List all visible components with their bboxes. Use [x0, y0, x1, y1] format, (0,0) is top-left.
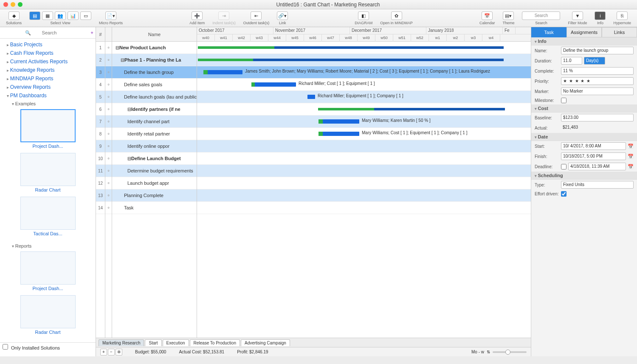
gantt-bar[interactable]: Mary Williams; Cost [ 1 ]; Equipment [ 1…	[318, 132, 359, 136]
gantt-bar[interactable]: Richard Miller; Cost [ 1 ]; Equipment [ …	[251, 82, 296, 87]
row-number[interactable]: 10	[96, 152, 105, 165]
start-input[interactable]: 10/ 4/2017, 8:00 AM	[561, 142, 626, 150]
sheet-tab[interactable]: Start	[145, 339, 161, 346]
row-number[interactable]: 6	[96, 103, 105, 116]
link-button[interactable]: 🔗▾	[277, 11, 288, 20]
deadline-checkbox[interactable]	[561, 164, 567, 169]
task-name-cell[interactable]: Planning Complete	[112, 189, 197, 202]
zoom-window-icon[interactable]	[18, 2, 23, 7]
diagram-button[interactable]: ◧	[358, 11, 369, 20]
task-name-cell[interactable]: New Product Launch	[112, 42, 197, 54]
type-select[interactable]: Fixed Units	[561, 181, 634, 189]
section-info[interactable]: Info	[531, 37, 637, 45]
view-other-icon[interactable]: ▭	[80, 11, 91, 20]
only-installed-checkbox[interactable]	[3, 344, 8, 350]
inspector-tab[interactable]: Links	[602, 27, 637, 37]
row-settings-button[interactable]: ✲	[116, 349, 122, 356]
milestone-checkbox[interactable]	[561, 98, 567, 103]
add-row-button[interactable]: +	[100, 349, 107, 356]
task-name-cell[interactable]: Launch budget appr	[112, 177, 197, 189]
minimize-window-icon[interactable]	[11, 2, 15, 7]
row-number[interactable]: 12	[96, 177, 105, 189]
section-cost[interactable]: Cost	[531, 104, 637, 113]
row-number[interactable]: 11	[96, 165, 105, 177]
row-number[interactable]: 7	[96, 116, 105, 128]
view-gantt-icon[interactable]: ▤	[29, 11, 40, 20]
calendar-button[interactable]: 📅	[482, 11, 493, 20]
sidebar-item[interactable]: Basic Projects	[3, 40, 93, 49]
gantt-bar[interactable]	[198, 46, 504, 49]
task-name-cell[interactable]: Define the launch group	[112, 66, 197, 79]
sidebar-item[interactable]: Overview Reports	[3, 83, 93, 91]
dashboard-thumbnail[interactable]	[20, 153, 76, 186]
row-number[interactable]: 9	[96, 140, 105, 152]
view-report-icon[interactable]: 📊	[68, 11, 79, 20]
sidebar-search-input[interactable]	[2, 29, 90, 37]
effort-driven-checkbox[interactable]	[561, 191, 567, 197]
task-name-cell[interactable]: Define Launch Budget	[112, 152, 197, 165]
sidebar-item[interactable]: Current Activities Reports	[3, 57, 93, 66]
calendar-icon[interactable]: 📅	[628, 154, 634, 159]
micro-reports-button[interactable]: 📄▾	[105, 11, 116, 20]
reports-header[interactable]: Reports	[3, 242, 93, 250]
task-name-cell[interactable]: Phase 1 - Planning the La	[112, 54, 197, 66]
gantt-bar[interactable]: Richard Miller; Equipment [ 1 ]; Company…	[307, 95, 315, 99]
zoom-slider[interactable]	[493, 351, 527, 353]
gantt-bar[interactable]: Mary Williams; Karen Martin [ 50 % ]	[318, 119, 359, 124]
priority-stars[interactable]: ★ ★ ★ ★ ★	[561, 77, 634, 85]
sidebar-item[interactable]: Cash Flow Reports	[3, 49, 93, 57]
row-number[interactable]: 13	[96, 189, 105, 202]
row-number[interactable]: 14	[96, 202, 105, 214]
row-number[interactable]: 8	[96, 128, 105, 140]
actual-input[interactable]: $21,483	[561, 124, 634, 132]
close-window-icon[interactable]	[3, 2, 8, 7]
sheet-tab[interactable]: Advertising Campaign	[241, 339, 290, 346]
row-number[interactable]: 5	[96, 91, 105, 103]
marker-select[interactable]: No Marker	[561, 87, 634, 95]
task-name-cell[interactable]: Identify partners (if ne	[112, 103, 197, 116]
duration-input[interactable]: 11.0	[561, 57, 582, 65]
task-name-cell[interactable]: Define launch goals (lau and publicity o…	[112, 91, 197, 103]
deadline-input[interactable]: 4/18/2018, 11:39 AM	[568, 163, 626, 170]
theme-button[interactable]: ▤▾	[503, 11, 514, 20]
settings-icon[interactable]: ✦	[90, 30, 94, 36]
sheet-tab[interactable]: Execution	[163, 339, 189, 346]
task-name-cell[interactable]: Define sales goals	[112, 79, 197, 91]
indent-button[interactable]: ⇥	[218, 11, 229, 20]
dashboard-thumbnail[interactable]	[20, 109, 76, 142]
sheet-tab[interactable]: Release To Production	[190, 339, 240, 346]
calendar-icon[interactable]: 📅	[628, 164, 634, 169]
gantt-bar[interactable]: James Smith; John Brown; Mary Williams; …	[203, 70, 242, 74]
mindmap-button[interactable]: ✿	[391, 11, 402, 20]
row-number[interactable]: 3	[96, 66, 105, 79]
complete-input[interactable]: 11 %	[561, 67, 634, 75]
sheet-tab[interactable]: Marketing Research	[99, 339, 144, 346]
duration-unit-select[interactable]: Day(s)	[584, 57, 605, 65]
solutions-button[interactable]: ◆	[8, 11, 20, 20]
task-name-input[interactable]: Define the launch group	[561, 47, 634, 54]
sidebar-item[interactable]: Knowledge Reports	[3, 66, 93, 74]
inspector-tab[interactable]: Assignments	[567, 27, 602, 37]
dashboard-thumbnail[interactable]	[20, 251, 76, 285]
task-name-cell[interactable]: Identify online oppor	[112, 140, 197, 152]
task-name-cell[interactable]: Determine budget requirements	[112, 165, 197, 177]
filter-button[interactable]: ▼	[572, 11, 583, 20]
finish-input[interactable]: 10/18/2017, 5:00 PM	[561, 152, 626, 160]
sidebar-item[interactable]: PM Dashboards	[3, 91, 93, 100]
row-number[interactable]: 1	[96, 42, 105, 54]
section-scheduling[interactable]: Scheduling	[531, 172, 637, 180]
add-item-button[interactable]: ➕	[192, 11, 203, 20]
zoom-stepper[interactable]: ⇅	[487, 350, 490, 354]
outdent-button[interactable]: ⇤	[251, 11, 262, 20]
inspector-tab[interactable]: Task	[531, 27, 567, 37]
task-name-cell[interactable]: Identify retail partner	[112, 128, 197, 140]
gantt-bar[interactable]	[198, 59, 504, 61]
view-board-icon[interactable]: ▦	[42, 11, 53, 20]
sidebar-item[interactable]: MINDMAP Reports	[3, 74, 93, 83]
section-date[interactable]: Date	[531, 133, 637, 141]
row-number[interactable]: 4	[96, 79, 105, 91]
info-button[interactable]: i	[595, 11, 606, 20]
gantt-bar[interactable]	[318, 108, 505, 110]
row-number[interactable]: 2	[96, 54, 105, 66]
baseline-input[interactable]: $123.00	[561, 114, 634, 121]
